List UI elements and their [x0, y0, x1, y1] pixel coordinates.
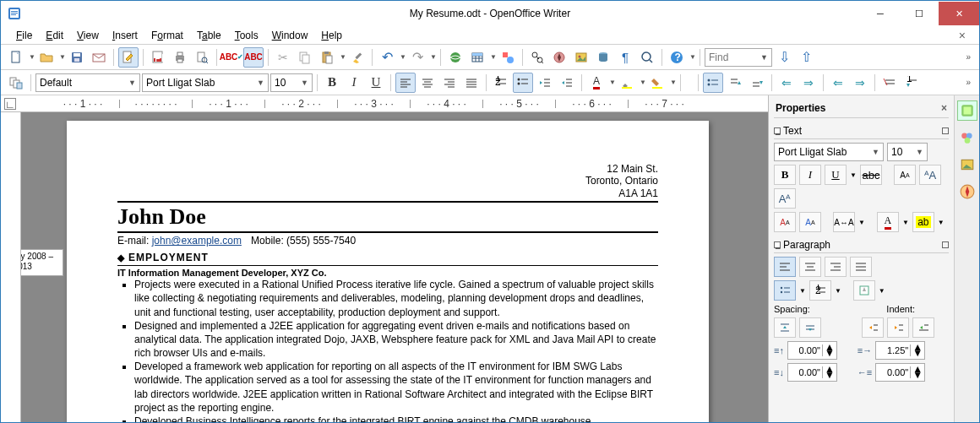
bold-button[interactable]: B	[322, 73, 342, 93]
tab-properties[interactable]	[957, 100, 977, 121]
bgcolor-button[interactable]	[647, 73, 667, 93]
save-button[interactable]	[67, 47, 87, 68]
find-next-button[interactable]: ⇩	[774, 47, 794, 68]
font-color-dropdown[interactable]: ▼	[608, 79, 615, 86]
menu-table[interactable]: Table	[190, 28, 228, 43]
edit-doc-button[interactable]	[118, 47, 139, 68]
align-center-button[interactable]	[417, 73, 438, 93]
panel-align-left[interactable]	[774, 257, 796, 277]
menu-insert[interactable]: Insert	[106, 28, 144, 43]
close-panel-button[interactable]: ×	[941, 102, 947, 114]
list-numbering-button[interactable]	[703, 73, 723, 93]
panel-strike-button[interactable]: abc	[860, 165, 882, 185]
promote-sub-button[interactable]: ⇐	[828, 73, 848, 93]
close-button[interactable]: ✕	[939, 2, 979, 25]
panel-align-center[interactable]	[799, 257, 821, 277]
toolbar2-overflow[interactable]: »	[962, 78, 974, 87]
highlight-button[interactable]	[617, 73, 637, 93]
panel-align-justify[interactable]	[850, 257, 872, 277]
new-dropdown[interactable]: ▼	[28, 53, 35, 61]
menu-edit[interactable]: Edit	[39, 28, 70, 43]
panel-highlight-button[interactable]: ab	[912, 212, 934, 232]
redo-dropdown[interactable]: ▼	[429, 53, 436, 61]
panel-grow-button[interactable]: ᴬA	[919, 165, 941, 185]
tab-navigator[interactable]	[957, 182, 977, 202]
table-dropdown[interactable]: ▼	[489, 53, 496, 61]
space-above-input[interactable]: ▲▼	[787, 341, 837, 360]
find-input[interactable]: Find▼	[705, 48, 772, 67]
section-para-header[interactable]: − Paragraph	[774, 237, 949, 253]
email-link[interactable]: john@example.com	[152, 235, 242, 247]
panel-bg-button[interactable]	[853, 280, 875, 301]
panel-font-combo[interactable]: Port Lligat Slab▼	[774, 143, 884, 161]
demote-sub-button[interactable]: ⇒	[850, 73, 870, 93]
styles-button[interactable]	[6, 73, 26, 93]
panel-sup-button[interactable]: AA	[774, 212, 796, 232]
panel-sub-button[interactable]: AA	[799, 212, 821, 232]
menu-format[interactable]: Format	[144, 28, 190, 43]
font-color-button[interactable]: A	[586, 73, 607, 93]
decrease-indent-button[interactable]	[887, 317, 909, 338]
datasource-button[interactable]	[593, 47, 613, 68]
indent-left-input[interactable]: ▲▼	[875, 341, 925, 360]
align-justify-button[interactable]	[461, 73, 482, 93]
align-left-button[interactable]	[395, 73, 416, 93]
demote-button[interactable]: ⇒	[798, 73, 819, 93]
paste-dropdown[interactable]: ▼	[339, 53, 346, 61]
print-button[interactable]	[170, 47, 190, 68]
table-button[interactable]	[467, 47, 487, 68]
move-down-button[interactable]	[725, 73, 745, 93]
bullet-list-button[interactable]	[513, 73, 533, 93]
find-replace-button[interactable]	[527, 47, 547, 68]
restart-number-button[interactable]: 1	[901, 73, 922, 93]
auto-spellcheck-button[interactable]: ABC	[243, 47, 264, 68]
open-dropdown[interactable]: ▼	[58, 53, 65, 61]
bgcolor-dropdown[interactable]: ▼	[669, 79, 676, 86]
align-right-button[interactable]	[439, 73, 460, 93]
tab-gallery[interactable]	[957, 155, 977, 175]
increase-space-button[interactable]	[774, 317, 796, 338]
copy-button[interactable]	[295, 47, 315, 68]
indent-button[interactable]	[557, 73, 577, 93]
drawing-button[interactable]	[498, 47, 518, 68]
panel-size-combo[interactable]: 10▼	[887, 143, 928, 161]
find-prev-button[interactable]: ⇧	[796, 47, 816, 68]
panel-underline-button[interactable]: U	[825, 165, 847, 185]
open-button[interactable]	[36, 47, 57, 68]
preview-button[interactable]	[192, 47, 212, 68]
menu-view[interactable]: View	[70, 28, 106, 43]
space-below-input[interactable]: ▲▼	[787, 363, 837, 382]
new-button[interactable]	[6, 47, 26, 68]
no-number-button[interactable]	[879, 73, 900, 93]
panel-bullets-button[interactable]	[774, 280, 796, 301]
outdent-button[interactable]	[535, 73, 555, 93]
panel-shrink-button[interactable]: Aᴬ	[774, 188, 796, 209]
redo-button[interactable]: ↷	[407, 47, 427, 68]
cut-button[interactable]: ✂	[273, 47, 293, 68]
spellcheck-button[interactable]: ABC✔	[221, 47, 242, 68]
undo-button[interactable]: ↶	[377, 47, 397, 68]
panel-super-button[interactable]: AA	[894, 165, 916, 185]
help-dropdown[interactable]: ▼	[689, 53, 695, 61]
page[interactable]: January 2008 – May 2013 12 Main St. Toro…	[67, 121, 709, 422]
section-text-header[interactable]: − Text	[774, 123, 949, 139]
maximize-button[interactable]: ☐	[900, 2, 939, 25]
promote-button[interactable]: ⇐	[776, 73, 797, 93]
increase-indent-button[interactable]	[862, 317, 884, 338]
decrease-space-button[interactable]	[799, 317, 821, 338]
numbered-list-button[interactable]: 12	[491, 73, 511, 93]
italic-button[interactable]: I	[344, 73, 364, 93]
gallery-button[interactable]	[571, 47, 591, 68]
panel-italic-button[interactable]: I	[799, 165, 821, 185]
navigator-button[interactable]	[549, 47, 569, 68]
hyperlink-button[interactable]	[445, 47, 466, 68]
size-combo[interactable]: 10▼	[270, 73, 313, 92]
menu-help[interactable]: Help	[314, 28, 349, 43]
hanging-indent-button[interactable]	[912, 317, 934, 338]
panel-bold-button[interactable]: B	[774, 165, 796, 185]
minimize-button[interactable]: ─	[861, 2, 900, 25]
panel-spacing-button[interactable]: A↔A	[833, 212, 855, 232]
date-frame[interactable]: January 2008 – May 2013	[21, 249, 63, 276]
panel-numbering-button[interactable]: 12	[809, 280, 831, 301]
undo-dropdown[interactable]: ▼	[399, 53, 406, 61]
